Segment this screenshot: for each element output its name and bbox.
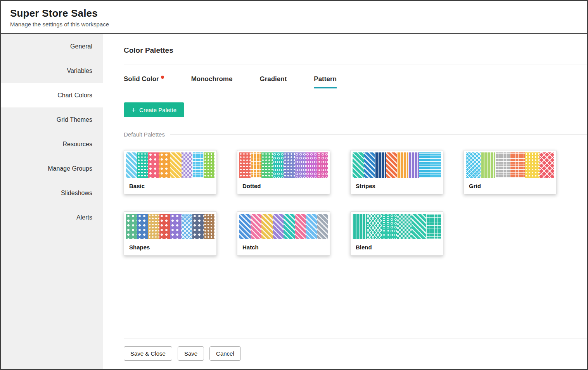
sidebar-item-slideshows[interactable]: Slideshows [1,181,103,205]
default-palettes-section: Default Palettes [124,131,587,138]
palette-name: Grid [466,178,554,194]
palette-card-stripes[interactable]: Stripes [350,150,443,194]
divider-line [170,134,587,135]
swatch-checker [397,214,412,239]
swatch-diag [386,152,397,178]
cancel-button[interactable]: Cancel [209,346,241,361]
create-palette-label: Create Palette [139,107,176,113]
tabs: Solid ColorMonochromeGradientPattern [124,75,587,88]
body: GeneralVariablesChart ColorsGrid ThemesR… [1,34,587,369]
save-close-button[interactable]: Save & Close [124,346,172,361]
swatch-vstripe [481,152,495,178]
swatch-rings [382,214,397,239]
swatch-hdash [419,152,430,178]
swatch-vstripe [397,152,408,178]
palette-name: Dotted [239,178,328,194]
palette-swatch-strip [239,152,328,178]
palette-name: Hatch [239,239,328,255]
workspace-settings-page: Super Store Sales Manage the settings of… [0,0,588,370]
swatch-stars [170,214,182,239]
palette-card-grid[interactable]: Grid [463,150,557,194]
palette-card-hatch[interactable]: Hatch [237,211,330,256]
swatch-plus [182,214,193,239]
notification-dot-icon [161,76,164,79]
tab-gradient[interactable]: Gradient [259,75,287,88]
swatch-diag [306,214,317,239]
swatch-stars [192,214,204,239]
swatch-diag [170,152,182,178]
page-title: Super Store Sales [10,7,578,19]
sidebar-item-chart-colors[interactable]: Chart Colors [1,83,103,107]
palette-grid: BasicDottedStripesGridShapesHatchBlend [124,150,587,256]
swatch-diag [295,214,306,239]
swatch-grid [510,152,525,178]
palette-name: Shapes [126,239,214,255]
tab-solid-color[interactable]: Solid Color [124,75,164,88]
palette-name: Blend [353,239,441,255]
palette-card-dotted[interactable]: Dotted [237,150,330,194]
swatch-stars [159,214,171,239]
palette-swatch-strip [126,152,214,178]
sidebar-item-resources[interactable]: Resources [1,132,103,156]
swatch-dots [137,152,149,178]
swatch-diag [353,152,364,178]
swatch-wave [353,214,367,239]
content-header: Color Palettes [124,34,587,64]
swatch-diag [364,152,375,178]
tab-label: Gradient [259,75,287,83]
footer-buttons: Save & CloseSaveCancel [124,346,587,361]
swatch-diag [251,214,262,239]
palette-swatch-strip [466,152,554,178]
swatch-grid [192,152,204,178]
palette-swatch-strip [353,152,441,178]
swatch-diag [261,214,273,239]
swatch-dots [284,152,295,178]
swatch-dots [148,214,159,239]
sidebar-item-manage-groups[interactable]: Manage Groups [1,156,103,181]
palette-card-shapes[interactable]: Shapes [124,211,217,256]
tab-label: Pattern [314,75,337,83]
swatch-dots [525,152,540,178]
swatch-diamond [540,152,554,178]
page-subtitle: Manage the settings of this workspace [10,21,578,28]
sidebar-item-alerts[interactable]: Alerts [1,205,103,230]
swatch-grid [426,214,441,239]
palette-card-blend[interactable]: Blend [350,211,443,256]
palette-card-basic[interactable]: Basic [124,150,217,194]
palette-swatch-strip [126,214,214,239]
swatch-stars [126,214,137,239]
plus-icon: + [131,106,136,114]
swatch-zigzag [367,214,382,239]
swatch-rings [295,152,306,178]
sidebar-item-variables[interactable]: Variables [1,59,103,83]
sidebar: GeneralVariablesChart ColorsGrid ThemesR… [1,34,103,369]
sidebar-item-general[interactable]: General [1,34,103,59]
swatch-diag [317,214,328,239]
main-content: Color Palettes Solid ColorMonochromeGrad… [103,34,587,369]
swatch-diag [284,214,295,239]
swatch-grid [495,152,510,178]
tab-monochrome[interactable]: Monochrome [191,75,233,88]
sidebar-item-grid-themes[interactable]: Grid Themes [1,107,103,132]
palette-swatch-strip [239,214,328,239]
save-button[interactable]: Save [178,346,204,361]
swatch-checker [182,152,193,178]
swatch-rings [317,152,328,178]
palette-name: Basic [126,178,214,194]
default-palettes-label: Default Palettes [124,131,165,138]
create-row: + Create Palette [124,102,587,117]
swatch-vstripe [408,152,419,178]
swatch-rings [273,152,284,178]
swatch-dots [239,152,251,178]
palette-name: Stripes [353,178,441,194]
create-palette-button[interactable]: + Create Palette [124,102,184,117]
swatch-vstripe [375,152,386,178]
swatch-dots [204,152,215,178]
header: Super Store Sales Manage the settings of… [1,1,587,34]
swatch-grid [251,152,262,178]
swatch-diag [239,214,251,239]
tab-pattern[interactable]: Pattern [314,75,337,88]
swatch-diag [273,214,284,239]
tab-label: Solid Color [124,75,159,83]
swatch-dots [261,152,273,178]
